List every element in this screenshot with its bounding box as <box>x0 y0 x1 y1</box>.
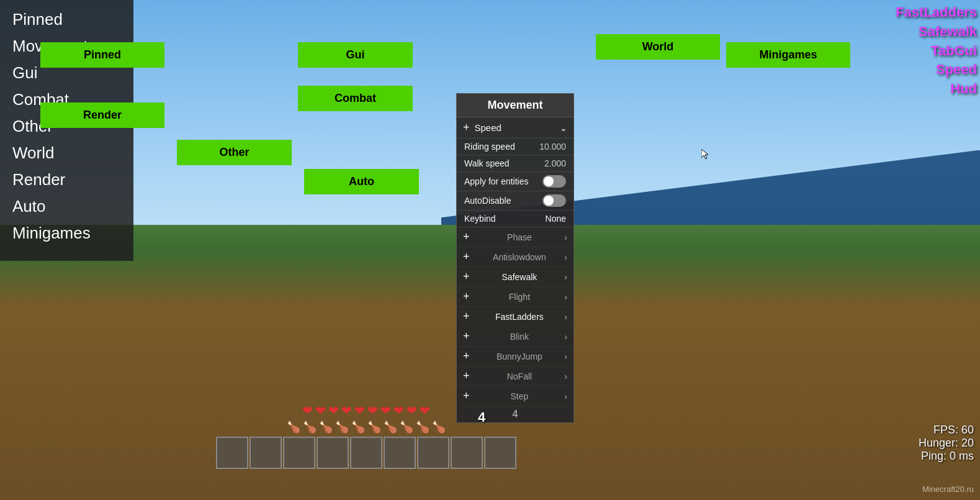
left-sidebar: Pinned Movement Gui Combat Other World R… <box>0 0 133 261</box>
page-number-indicator: 4 <box>478 409 485 425</box>
module-arrow-icon: › <box>564 292 567 302</box>
module-plus-icon[interactable]: + <box>463 310 470 323</box>
module-label: NoFall <box>475 371 565 381</box>
sidebar-item-pinned[interactable]: Pinned <box>0 6 133 33</box>
module-arrow-icon: › <box>564 272 567 282</box>
sidebar-item-render[interactable]: Render <box>0 166 133 193</box>
autodisable-row: AutoDisable <box>457 191 573 211</box>
module-arrow-icon: › <box>564 232 567 242</box>
walk-speed-row: Walk speed 2.000 <box>457 155 573 172</box>
auto-button[interactable]: Auto <box>304 169 419 194</box>
module-label: Flight <box>475 292 565 302</box>
pinned-button[interactable]: Pinned <box>40 42 164 68</box>
hunger-stat: Hunger: 20 <box>919 437 974 450</box>
combat-button[interactable]: Combat <box>298 86 413 111</box>
hotbar-slot[interactable] <box>216 437 248 469</box>
module-label: BunnyJump <box>475 352 565 361</box>
sidebar-item-auto[interactable]: Auto <box>0 193 133 220</box>
hotbar-slot[interactable] <box>451 437 483 469</box>
other-button[interactable]: Other <box>177 140 292 165</box>
module-label: Safewalk <box>475 272 565 282</box>
module-list: +Phase›+Antislowdown›+Safewalk›+Flight›+… <box>457 227 573 406</box>
speed-row[interactable]: + Speed ⌄ <box>457 117 573 139</box>
module-arrow-icon: › <box>564 391 567 401</box>
heart-icon: ❤ <box>393 403 404 418</box>
hotbar-slot[interactable] <box>249 437 282 469</box>
apply-entities-row: Apply for entities <box>457 172 573 191</box>
apply-entities-label: Apply for entities <box>464 176 529 186</box>
module-arrow-icon: › <box>564 252 567 262</box>
module-arrow-icon: › <box>564 371 567 381</box>
module-plus-icon[interactable]: + <box>463 350 470 363</box>
world-button[interactable]: World <box>596 34 720 60</box>
module-plus-icon[interactable]: + <box>463 290 470 303</box>
module-row-flight[interactable]: +Flight› <box>457 287 573 307</box>
module-row-phase[interactable]: +Phase› <box>457 227 573 247</box>
hunger-icon: 🍗 <box>303 420 317 434</box>
hunger-icon: 🍗 <box>319 420 333 434</box>
heart-icon: ❤ <box>341 403 352 418</box>
hotbar-slot[interactable] <box>283 437 315 469</box>
module-arrow-icon: › <box>564 332 567 342</box>
module-row-nofall[interactable]: +NoFall› <box>457 366 573 386</box>
apply-entities-knob <box>544 176 554 186</box>
mc-watermark: Minecraft20.ru <box>922 484 974 494</box>
autodisable-toggle[interactable] <box>542 194 566 207</box>
hotbar-slot[interactable] <box>317 437 349 469</box>
health-row: ❤❤❤❤❤❤❤❤❤❤ <box>186 403 546 418</box>
gui-button[interactable]: Gui <box>298 42 413 68</box>
speed-label: Speed <box>475 122 501 133</box>
module-row-bunnyjump[interactable]: +BunnyJump› <box>457 347 573 366</box>
speed-chevron[interactable]: ⌄ <box>560 123 567 133</box>
module-label: Step <box>475 391 565 401</box>
module-arrow-icon: › <box>564 352 567 361</box>
render-button[interactable]: Render <box>40 102 164 128</box>
module-plus-icon[interactable]: + <box>463 370 470 383</box>
module-row-safewalk[interactable]: +Safewalk› <box>457 267 573 287</box>
hotbar-slot[interactable] <box>417 437 449 469</box>
hotbar-slot[interactable] <box>484 437 516 469</box>
heart-icon: ❤ <box>420 403 430 418</box>
heart-icon: ❤ <box>367 403 378 418</box>
hunger-icon: 🍗 <box>400 420 413 434</box>
module-row-fastladders[interactable]: +FastLadders› <box>457 307 573 327</box>
riding-speed-row: Riding speed 10.000 <box>457 139 573 155</box>
module-label: Phase <box>475 232 565 242</box>
heart-icon: ❤ <box>302 403 313 418</box>
hotbar-slot[interactable] <box>350 437 382 469</box>
module-plus-icon[interactable]: + <box>463 389 470 402</box>
heart-icon: ❤ <box>380 403 391 418</box>
hunger-icon: 🍗 <box>351 420 365 434</box>
keybind-value: None <box>546 214 566 224</box>
heart-icon: ❤ <box>354 403 365 418</box>
apply-entities-toggle[interactable] <box>542 175 566 188</box>
speed-plus-button[interactable]: + <box>463 121 470 134</box>
walk-speed-value: 2.000 <box>544 158 566 168</box>
sidebar-item-world[interactable]: World <box>0 140 133 166</box>
movement-panel: Movement + Speed ⌄ Riding speed 10.000 W… <box>456 93 574 423</box>
module-label: Antislowdown <box>475 252 565 262</box>
module-plus-icon[interactable]: + <box>463 330 470 343</box>
keybind-label: Keybind <box>464 214 496 224</box>
module-arrow-icon: › <box>564 312 567 322</box>
minigames-button[interactable]: Minigames <box>726 42 850 68</box>
ping-stat: Ping: 0 ms <box>919 450 974 463</box>
module-plus-icon[interactable]: + <box>463 230 470 243</box>
hunger-row: 🍗🍗🍗🍗🍗🍗🍗🍗🍗🍗 <box>186 420 546 434</box>
hotbar <box>186 437 546 469</box>
stats-panel: FPS: 60 Hunger: 20 Ping: 0 ms <box>919 424 974 463</box>
hunger-icon: 🍗 <box>416 420 429 434</box>
hunger-icon: 🍗 <box>335 420 349 434</box>
module-row-antislowdown[interactable]: +Antislowdown› <box>457 247 573 267</box>
sidebar-item-minigames[interactable]: Minigames <box>0 220 133 247</box>
keybind-row: Keybind None <box>457 211 573 227</box>
module-label: FastLadders <box>475 312 565 322</box>
module-label: Blink <box>475 332 565 342</box>
autodisable-knob <box>544 196 554 206</box>
module-plus-icon[interactable]: + <box>463 250 470 263</box>
module-plus-icon[interactable]: + <box>463 270 470 283</box>
hotbar-slot[interactable] <box>384 437 416 469</box>
module-row-blink[interactable]: +Blink› <box>457 327 573 347</box>
walk-speed-label: Walk speed <box>464 158 510 168</box>
hunger-icon: 🍗 <box>384 420 397 434</box>
